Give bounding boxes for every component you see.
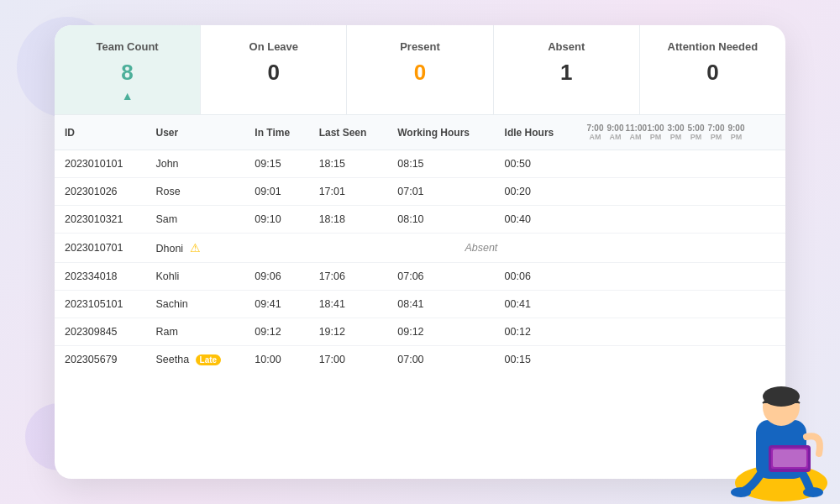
cell-intime: 09:12 [244, 318, 308, 346]
stat-label-team-count: Team Count [71, 40, 183, 53]
svg-point-5 [803, 487, 823, 497]
table-row: 2023010321 Sam 09:10 18:18 08:10 00:40 [55, 206, 785, 234]
table-row: 2023105101 Sachin 09:41 18:41 08:41 00:4… [55, 291, 785, 318]
stat-card-absent: Absent 1 [494, 25, 640, 114]
cell-intime: 10:00 [244, 346, 308, 374]
cell-lastseen [309, 234, 388, 263]
warning-icon: ⚠ [190, 241, 201, 255]
cell-workinghours: 08:15 [387, 150, 494, 178]
cell-intime: 09:01 [244, 178, 308, 206]
cell-lastseen: 18:15 [309, 150, 388, 178]
stat-arrow: ▲ [71, 89, 183, 102]
cell-idlehours: 00:20 [495, 178, 575, 206]
cell-intime: 09:41 [244, 291, 308, 318]
stat-value-absent: 1 [511, 60, 622, 86]
cell-id: 2023010321 [55, 206, 145, 234]
illustration [714, 336, 840, 504]
cell-user: John [145, 150, 244, 178]
table-row: 202305679 Seetha Late 10:00 17:00 07:00 … [55, 346, 785, 374]
svg-point-4 [731, 487, 751, 497]
col-header-lastseen: Last Seen [309, 115, 388, 150]
cell-intime: 09:10 [244, 206, 308, 234]
cell-intime: 09:06 [244, 263, 308, 291]
table-row: 2023010101 John 09:15 18:15 08:15 00:50 [55, 150, 785, 178]
stat-label-attention: Attention Needed [657, 40, 769, 53]
table-container: ID User In Time Last Seen Working Hours … [55, 115, 785, 373]
cell-workinghours: 08:41 [387, 291, 494, 318]
stat-card-attention: Attention Needed 0 [640, 25, 785, 114]
cell-lastseen: 18:18 [309, 206, 388, 234]
cell-idlehours: 00:50 [495, 150, 575, 178]
table-row: 2023010701 Dhoni ⚠ Absent [55, 234, 785, 263]
cell-timeline [575, 150, 785, 178]
cell-user: Kohli [145, 263, 244, 291]
table-header: ID User In Time Last Seen Working Hours … [55, 115, 785, 150]
cell-idlehours: 00:40 [495, 206, 575, 234]
table-row: 202301026 Rose 09:01 17:01 07:01 00:20 [55, 178, 785, 206]
cell-timeline [575, 206, 785, 234]
svg-point-3 [763, 386, 800, 407]
cell-id: 202301026 [55, 178, 145, 206]
cell-idlehours: 00:15 [495, 346, 575, 374]
table-row: 202309845 Ram 09:12 19:12 09:12 00:12 [55, 318, 785, 346]
col-header-user: User [145, 115, 244, 150]
main-card: Team Count 8 ▲ On Leave 0 Present 0 Abse… [55, 25, 785, 479]
cell-workinghours: 07:01 [387, 178, 494, 206]
cell-idlehours: 00:41 [495, 291, 575, 318]
stat-value-on-leave: 0 [218, 60, 329, 86]
col-header-timeline: 7:009:0011:001:003:005:007:009:00AMAMAMP… [575, 115, 785, 150]
stat-card-present: Present 0 [347, 25, 493, 114]
cell-workinghours: 07:06 [387, 263, 494, 291]
stat-value-attention: 0 [657, 60, 769, 86]
cell-workinghours: Absent [387, 234, 575, 263]
cell-idlehours: 00:06 [495, 263, 575, 291]
cell-intime [244, 234, 308, 263]
cell-id: 202334018 [55, 263, 145, 291]
cell-user: Dhoni ⚠ [145, 234, 244, 263]
cell-timeline [575, 291, 785, 318]
cell-user: Rose [145, 178, 244, 206]
stat-label-on-leave: On Leave [218, 40, 329, 53]
stats-row: Team Count 8 ▲ On Leave 0 Present 0 Abse… [55, 25, 785, 115]
late-badge: Late [196, 354, 222, 365]
col-header-id: ID [55, 115, 145, 150]
stat-value-team-count: 8 [71, 60, 183, 86]
cell-id: 2023105101 [55, 291, 145, 318]
cell-workinghours: 09:12 [387, 318, 494, 346]
svg-rect-8 [773, 449, 806, 467]
cell-lastseen: 17:06 [309, 263, 388, 291]
stat-label-absent: Absent [511, 40, 622, 53]
cell-idlehours: 00:12 [495, 318, 575, 346]
cell-id: 2023010701 [55, 234, 145, 263]
cell-id: 202305679 [55, 346, 145, 374]
col-header-workinghours: Working Hours [387, 115, 494, 150]
attendance-table: ID User In Time Last Seen Working Hours … [55, 115, 785, 373]
table-body: 2023010101 John 09:15 18:15 08:15 00:50 … [55, 150, 785, 374]
cell-workinghours: 08:10 [387, 206, 494, 234]
cell-lastseen: 18:41 [309, 291, 388, 318]
cell-user: Seetha Late [145, 346, 244, 374]
cell-user: Ram [145, 318, 244, 346]
cell-id: 2023010101 [55, 150, 145, 178]
cell-workinghours: 07:00 [387, 346, 494, 374]
col-header-intime: In Time [244, 115, 308, 150]
table-row: 202334018 Kohli 09:06 17:06 07:06 00:06 [55, 263, 785, 291]
cell-lastseen: 19:12 [309, 318, 388, 346]
cell-user: Sachin [145, 291, 244, 318]
cell-intime: 09:15 [244, 150, 308, 178]
stat-label-present: Present [364, 40, 475, 53]
stat-card-on-leave: On Leave 0 [201, 25, 347, 114]
cell-user: Sam [145, 206, 244, 234]
stat-card-team-count: Team Count 8 ▲ [55, 25, 201, 114]
cell-lastseen: 17:01 [309, 178, 388, 206]
cell-lastseen: 17:00 [309, 346, 388, 374]
cell-timeline [575, 263, 785, 291]
cell-timeline [575, 178, 785, 206]
stat-value-present: 0 [364, 60, 475, 86]
cell-timeline [575, 234, 785, 263]
col-header-idlehours: Idle Hours [495, 115, 575, 150]
cell-id: 202309845 [55, 318, 145, 346]
